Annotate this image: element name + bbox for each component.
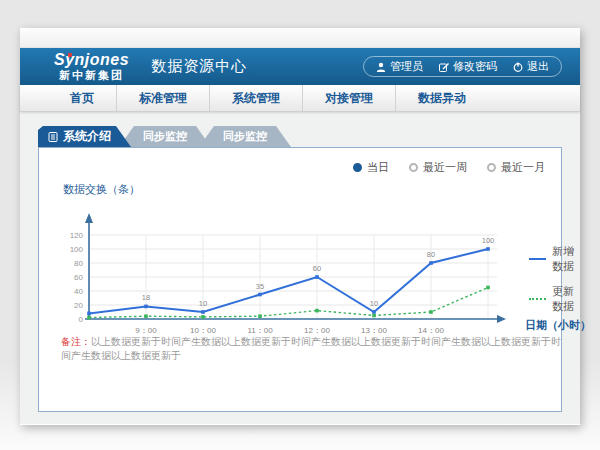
company-logo: Synjones 新中新集团 [54,52,129,81]
logout-button[interactable]: 退出 [513,59,549,74]
svg-text:10: 10 [370,299,378,308]
svg-text:100: 100 [482,236,495,245]
svg-text:35: 35 [256,282,264,291]
app-window: Synjones 新中新集团 数据资源中心 管理员 修改密码 退出 首页 标准管… [20,28,580,425]
tab-label: 系统介绍 [63,126,111,147]
svg-text:100: 100 [70,245,84,254]
page-title: 数据资源中心 [151,57,247,76]
tab-system-intro[interactable]: 系统介绍 [38,126,131,147]
radio-unselected-icon [487,163,496,172]
radio-unselected-icon [409,163,418,172]
svg-text:40: 40 [74,287,83,296]
user-label: 管理员 [390,59,423,74]
app-header: Synjones 新中新集团 数据资源中心 管理员 修改密码 退出 [20,48,580,85]
content-area: 系统介绍 同步监控 同步监控 当日 最近一周 最近一月 [20,112,580,424]
legend-label-update-data: 更新数据 [552,284,581,314]
legend-label-new-data: 新增数据 [552,244,581,274]
nav-item-system-management[interactable]: 系统管理 [210,85,303,111]
chart-panel: 当日 最近一周 最近一月 数据交换（条） 0204060801001209：00… [38,147,562,412]
nav-item-data-changes[interactable]: 数据异动 [396,85,488,111]
svg-text:18: 18 [142,293,150,302]
legend-item-new-data[interactable]: 新增数据 [529,244,581,274]
radio-last-week-label: 最近一周 [423,160,467,175]
document-icon [48,132,58,142]
edit-pencil-icon [439,62,449,72]
radio-today-label: 当日 [367,160,389,175]
radio-last-week[interactable]: 最近一周 [409,160,467,175]
logo-red-dot-icon [68,53,72,57]
user-toolbar: 管理员 修改密码 退出 [363,56,562,77]
svg-text:80: 80 [427,250,435,259]
window-top-strip [20,28,580,48]
nav-item-home[interactable]: 首页 [48,85,117,111]
tab-sync-monitor-2[interactable]: 同步监控 [199,126,291,147]
svg-text:60: 60 [74,273,83,282]
svg-text:20: 20 [74,301,83,310]
svg-text:11：00: 11：00 [247,326,273,335]
current-user[interactable]: 管理员 [376,59,423,74]
footnote: 备注：以上数据更新于时间产生数据以上数据更新于时间产生数据以上数据更新于时间产生… [61,335,561,363]
tab-sync-monitor-1[interactable]: 同步监控 [119,126,211,147]
nav-item-integration-management[interactable]: 对接管理 [303,85,396,111]
logout-label: 退出 [527,59,549,74]
svg-text:9：00: 9：00 [135,326,157,335]
svg-text:10：00: 10：00 [190,326,216,335]
main-navigation: 首页 标准管理 系统管理 对接管理 数据异动 [20,85,580,112]
chart-y-axis-title: 数据交换（条） [63,182,581,197]
legend-item-update-data[interactable]: 更新数据 [529,284,581,314]
radio-last-month[interactable]: 最近一月 [487,160,545,175]
svg-text:13：00: 13：00 [361,326,387,335]
chart-plot-area: 0204060801001209：0010：0011：0012：0013：001… [51,201,517,341]
svg-text:12：00: 12：00 [304,326,330,335]
logo-subtitle: 新中新集团 [54,70,129,81]
logo-text: Synjones [54,52,129,68]
chart-legend: 新增数据 更新数据 [529,244,581,324]
svg-text:60: 60 [313,264,321,273]
svg-text:120: 120 [70,231,84,240]
radio-today[interactable]: 当日 [353,160,389,175]
legend-line-solid-icon [529,258,546,260]
radio-selected-icon [353,163,362,172]
legend-line-dotted-icon [529,298,546,300]
change-password-label: 修改密码 [453,59,497,74]
tab-bar: 系统介绍 同步监控 同步监控 [38,126,580,147]
line-chart: 数据交换（条） 0204060801001209：0010：0011：0012：… [51,182,581,341]
svg-text:80: 80 [74,259,83,268]
time-range-controls: 当日 最近一周 最近一月 [353,160,545,175]
power-icon [513,62,523,72]
radio-last-month-label: 最近一月 [501,160,545,175]
footnote-text: 以上数据更新于时间产生数据以上数据更新于时间产生数据以上数据更新于时间产生数据以… [61,336,561,361]
user-icon [376,62,386,72]
change-password-button[interactable]: 修改密码 [439,59,497,74]
footnote-prefix: 备注： [61,336,91,347]
svg-text:0: 0 [79,315,84,324]
svg-text:10: 10 [199,299,207,308]
svg-text:14：00: 14：00 [418,326,444,335]
nav-item-standard-management[interactable]: 标准管理 [117,85,210,111]
